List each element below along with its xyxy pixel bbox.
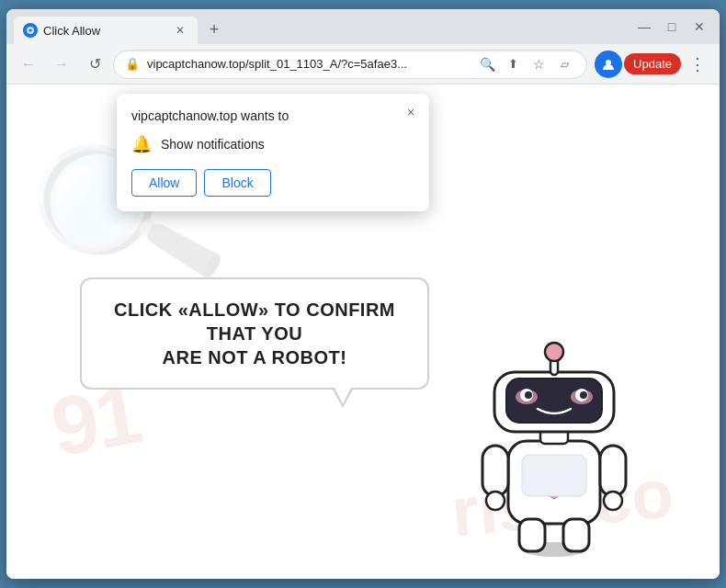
refresh-button[interactable]: ↺ (80, 50, 109, 79)
active-tab[interactable]: Click Allow ✕ (14, 17, 198, 44)
svg-rect-21 (522, 455, 586, 496)
svg-point-19 (525, 391, 532, 399)
chrome-menu-button[interactable]: ⋮ (683, 50, 712, 79)
notification-popup: × vipcaptchanow.top wants to 🔔 Show noti… (117, 94, 429, 211)
url-text: vipcaptchanow.top/split_01_1103_A/?c=5af… (147, 57, 469, 71)
bell-icon: 🔔 (131, 134, 152, 154)
svg-point-20 (580, 391, 587, 399)
permission-label: Show notifications (161, 137, 265, 152)
popup-permission: 🔔 Show notifications (131, 134, 414, 154)
tab-close-button[interactable]: ✕ (172, 22, 188, 39)
tab-favicon (23, 23, 38, 38)
robot-svg (462, 322, 646, 560)
svg-rect-5 (600, 446, 626, 496)
share-icon[interactable]: ⬆ (502, 53, 524, 75)
block-button[interactable]: Block (204, 169, 270, 197)
popup-actions: Allow Block (131, 169, 414, 197)
svg-rect-4 (482, 446, 508, 496)
search-icon[interactable]: 🔍 (476, 53, 498, 75)
window-controls: — □ ✕ (631, 14, 712, 40)
svg-point-7 (604, 492, 622, 510)
new-tab-button[interactable]: + (201, 17, 227, 42)
address-bar[interactable]: 🔒 vipcaptchanow.top/split_01_1103_A/?c=5… (113, 50, 587, 79)
svg-point-13 (545, 343, 563, 361)
bubble-text-line2: ARE NOT A ROBOT! (104, 345, 405, 369)
nav-right-actions: Update ⋮ (595, 50, 712, 79)
svg-point-6 (486, 492, 505, 510)
page-content: 🔍 91 risk.co × vipcaptchanow.top wants t… (6, 85, 720, 579)
svg-rect-9 (563, 519, 589, 551)
profile-button[interactable] (595, 51, 622, 78)
close-window-button[interactable]: ✕ (686, 14, 712, 40)
allow-button[interactable]: Allow (131, 169, 197, 197)
title-bar: Click Allow ✕ + — □ ✕ (6, 9, 720, 44)
browser-window: Click Allow ✕ + — □ ✕ ← → ↺ 🔒 vipcaptcha… (6, 9, 720, 579)
address-actions: 🔍 ⬆ ☆ ▱ (476, 53, 575, 75)
back-button[interactable]: ← (14, 50, 43, 79)
svg-rect-8 (519, 519, 545, 551)
navigation-bar: ← → ↺ 🔒 vipcaptchanow.top/split_01_1103_… (6, 44, 720, 85)
tab-strip: Click Allow ✕ + (14, 9, 631, 44)
bookmark-icon[interactable]: ☆ (527, 53, 550, 75)
minimize-button[interactable]: — (631, 14, 657, 40)
robot-character (462, 322, 646, 551)
popup-title: vipcaptchanow.top wants to (131, 108, 414, 123)
lock-icon: 🔒 (125, 57, 140, 71)
bubble-text-line1: CLICK «ALLOW» TO CONFIRM THAT YOU (104, 298, 405, 345)
speech-bubble: CLICK «ALLOW» TO CONFIRM THAT YOU ARE NO… (80, 277, 429, 390)
popup-close-button[interactable]: × (402, 103, 420, 121)
maximize-button[interactable]: □ (659, 14, 685, 40)
tab-title: Click Allow (43, 24, 166, 38)
forward-button[interactable]: → (47, 50, 76, 79)
split-view-icon[interactable]: ▱ (553, 53, 575, 75)
update-button[interactable]: Update (624, 53, 681, 74)
